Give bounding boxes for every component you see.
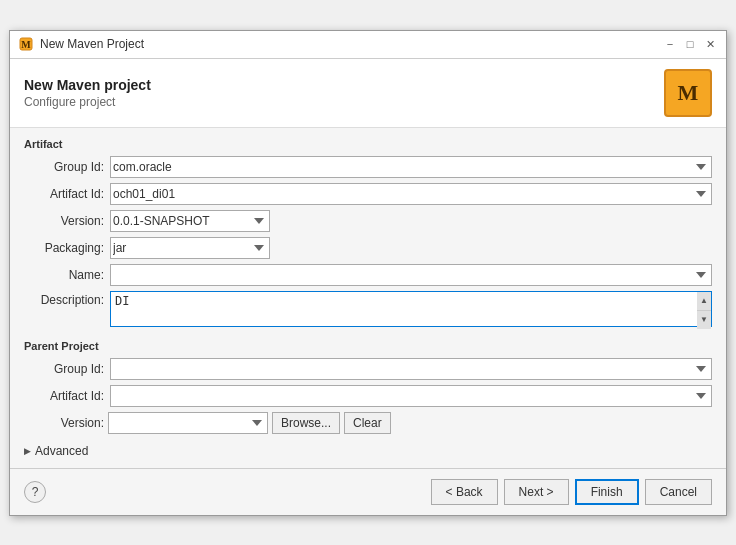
group-id-label: Group Id:	[24, 160, 104, 174]
close-button[interactable]: ✕	[702, 36, 718, 52]
content-area: Artifact Group Id: com.oracle Artifact I…	[10, 128, 726, 468]
title-bar: M New Maven Project − □ ✕	[10, 31, 726, 59]
group-id-row: Group Id: com.oracle	[24, 156, 712, 178]
version-label: Version:	[24, 214, 104, 228]
packaging-label: Packaging:	[24, 241, 104, 255]
parent-artifact-id-label: Artifact Id:	[24, 389, 104, 403]
parent-version-select[interactable]	[108, 412, 268, 434]
packaging-row: Packaging: jar war pom	[24, 237, 712, 259]
advanced-label: Advanced	[35, 444, 88, 458]
artifact-section-label: Artifact	[24, 138, 712, 150]
parent-project-label: Parent Project	[24, 340, 712, 352]
parent-artifact-id-dropdown[interactable]	[110, 385, 712, 407]
parent-version-label: Version:	[24, 416, 104, 430]
description-textarea[interactable]: DI	[110, 291, 712, 327]
advanced-row[interactable]: ▶ Advanced	[24, 444, 712, 458]
name-row: Name:	[24, 264, 712, 286]
footer-right: < Back Next > Finish Cancel	[431, 479, 712, 505]
clear-button[interactable]: Clear	[344, 412, 391, 434]
maximize-button[interactable]: □	[682, 36, 698, 52]
minimize-button[interactable]: −	[662, 36, 678, 52]
maven-logo-icon: M	[664, 69, 712, 117]
scroll-down-button[interactable]: ▼	[697, 311, 711, 329]
help-button[interactable]: ?	[24, 481, 46, 503]
version-select[interactable]: 0.0.1-SNAPSHOT	[110, 210, 270, 232]
maven-title-icon: M	[18, 36, 34, 52]
group-id-dropdown[interactable]: com.oracle	[110, 156, 712, 178]
description-input-wrap: DI ▲ ▼	[110, 291, 712, 330]
packaging-select[interactable]: jar war pom	[110, 237, 270, 259]
finish-button[interactable]: Finish	[575, 479, 639, 505]
name-label: Name:	[24, 268, 104, 282]
parent-group-id-row: Group Id:	[24, 358, 712, 380]
header-subtitle: Configure project	[24, 95, 151, 109]
advanced-triangle-icon: ▶	[24, 446, 31, 456]
artifact-id-dropdown[interactable]: och01_di01	[110, 183, 712, 205]
cancel-button[interactable]: Cancel	[645, 479, 712, 505]
artifact-id-row: Artifact Id: och01_di01	[24, 183, 712, 205]
parent-project-section: Parent Project Group Id: Artifact Id: Ve…	[24, 340, 712, 434]
description-row: Description: DI ▲ ▼	[24, 291, 712, 330]
description-scrollbtns: ▲ ▼	[697, 292, 711, 329]
browse-button[interactable]: Browse...	[272, 412, 340, 434]
parent-group-id-label: Group Id:	[24, 362, 104, 376]
title-bar-left: M New Maven Project	[18, 36, 144, 52]
parent-version-row: Version: Browse... Clear	[24, 412, 712, 434]
title-controls: − □ ✕	[662, 36, 718, 52]
header-titles: New Maven project Configure project	[24, 77, 151, 109]
svg-text:M: M	[21, 39, 31, 50]
footer: ? < Back Next > Finish Cancel	[10, 468, 726, 515]
description-label: Description:	[24, 291, 104, 307]
footer-left: ?	[24, 481, 46, 503]
header-area: New Maven project Configure project M	[10, 59, 726, 128]
version-row: Version: 0.0.1-SNAPSHOT	[24, 210, 712, 232]
parent-group-id-dropdown[interactable]	[110, 358, 712, 380]
parent-artifact-id-row: Artifact Id:	[24, 385, 712, 407]
dialog-window: M New Maven Project − □ ✕ New Maven proj…	[9, 30, 727, 516]
scroll-up-button[interactable]: ▲	[697, 292, 711, 311]
name-dropdown[interactable]	[110, 264, 712, 286]
title-text: New Maven Project	[40, 37, 144, 51]
next-button[interactable]: Next >	[504, 479, 569, 505]
back-button[interactable]: < Back	[431, 479, 498, 505]
header-main-title: New Maven project	[24, 77, 151, 93]
artifact-id-label: Artifact Id:	[24, 187, 104, 201]
